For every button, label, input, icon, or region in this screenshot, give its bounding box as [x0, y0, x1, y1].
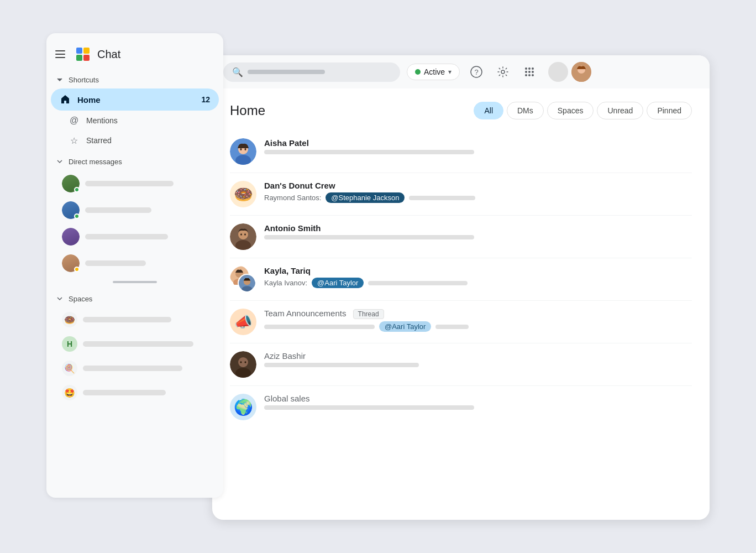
chat-item-announcements[interactable]: 📣 Team Announcements Thread @Aari Taylor	[230, 301, 692, 343]
dm-item-3[interactable]	[51, 223, 219, 250]
preview-bar-antonio	[264, 235, 474, 239]
space-name-4	[83, 390, 166, 395]
chat-name-aisha: Aisha Patel	[264, 138, 692, 148]
chat-avatar-announcements: 📣	[230, 309, 256, 335]
chat-preview-dans: Raymond Santos: @Stephanie Jackson	[264, 192, 692, 203]
chat-item-kayla-tariq[interactable]: Kayla, Tariq Kayla Ivanov: @Aari Taylor	[230, 258, 692, 301]
svg-point-14	[528, 74, 531, 76]
app-container: Chat Shortcuts Home 12 @ Mentions	[46, 33, 710, 520]
chat-preview-kayla-tariq: Kayla Ivanov: @Aari Taylor	[264, 278, 692, 288]
preview-bar-ann-1	[264, 325, 375, 329]
chat-item-dans[interactable]: 🍩 Dan's Donut Crew Raymond Santos: @Step…	[230, 173, 692, 216]
chat-preview-aisha	[264, 150, 692, 154]
space-item-3[interactable]: 🍭	[51, 356, 219, 380]
preview-bar-ann-2	[435, 325, 469, 329]
chat-avatar-aisha	[230, 138, 256, 165]
dm-name-2	[85, 207, 151, 213]
chat-item-aziz[interactable]: Aziz Bashir	[230, 343, 692, 386]
svg-rect-0	[76, 48, 82, 54]
chat-name-global-sales: Global sales	[264, 394, 692, 403]
chat-preview-aziz	[264, 363, 692, 367]
space-name-2	[83, 341, 193, 347]
top-bar: 🔍 Active ▾ ?	[212, 55, 710, 88]
svg-text:?: ?	[475, 68, 479, 76]
shortcuts-section-header[interactable]: Shortcuts	[46, 71, 223, 88]
shortcuts-label: Shortcuts	[69, 76, 99, 84]
dm-online-dot-4	[74, 267, 80, 272]
svg-point-25	[238, 229, 248, 239]
apps-button[interactable]	[519, 62, 539, 82]
svg-point-27	[240, 233, 242, 236]
chat-item-antonio[interactable]: Antonio Smith	[230, 216, 692, 258]
svg-point-22	[240, 148, 242, 150]
chat-name-aziz: Aziz Bashir	[264, 351, 692, 361]
search-input-wrap[interactable]: 🔍	[223, 62, 400, 82]
chat-info-antonio: Antonio Smith	[264, 223, 692, 239]
starred-label: Starred	[86, 136, 112, 145]
dm-name-3	[85, 234, 168, 239]
svg-point-6	[501, 70, 505, 74]
chat-avatar-global-sales: 🌍	[230, 394, 256, 420]
dm-label: Direct messages	[69, 158, 122, 166]
svg-point-13	[525, 74, 527, 76]
mentions-label: Mentions	[86, 116, 118, 125]
spaces-section-header[interactable]: Spaces	[46, 290, 223, 307]
preview-bar-dans	[409, 196, 475, 200]
nav-item-starred[interactable]: ☆ Starred	[51, 131, 219, 150]
svg-point-23	[245, 148, 246, 150]
dm-item-1[interactable]	[51, 170, 219, 197]
space-item-1[interactable]: 🍩	[51, 307, 219, 332]
chat-preview-global-sales	[264, 405, 692, 410]
active-status-button[interactable]: Active ▾	[407, 64, 460, 80]
chat-name-antonio: Antonio Smith	[264, 223, 692, 233]
filter-spaces[interactable]: Spaces	[547, 102, 594, 119]
svg-point-9	[532, 67, 534, 70]
scrollbar[interactable]	[113, 281, 157, 283]
space-item-4[interactable]: 🤩	[51, 380, 219, 405]
svg-point-12	[532, 71, 534, 73]
status-label: Active	[424, 67, 445, 76]
status-chevron-icon: ▾	[448, 68, 452, 76]
dm-section-header[interactable]: Direct messages	[46, 153, 223, 170]
user-avatar-group	[548, 62, 591, 82]
home-icon	[60, 94, 71, 105]
hamburger-icon[interactable]	[55, 48, 69, 61]
nav-item-mentions[interactable]: @ Mentions	[51, 111, 219, 131]
chat-preview-antonio	[264, 235, 692, 239]
filter-pinned[interactable]: Pinned	[647, 102, 692, 119]
filter-all[interactable]: All	[474, 102, 503, 119]
preview-bar-global	[264, 405, 474, 410]
chat-item-global-sales[interactable]: 🌍 Global sales	[230, 386, 692, 428]
dm-avatar-wrap-4	[62, 254, 80, 272]
dm-item-4[interactable]	[51, 250, 219, 276]
nav-item-home[interactable]: Home 12	[51, 88, 219, 111]
preview-bar-aziz	[264, 363, 419, 367]
chat-info-global-sales: Global sales	[264, 394, 692, 410]
dm-avatar-wrap-3	[62, 228, 80, 246]
svg-point-7	[525, 67, 527, 70]
chat-avatar-antonio	[230, 223, 256, 250]
dm-avatar-wrap-2	[62, 201, 80, 219]
dm-name-1	[85, 181, 174, 186]
status-dot	[415, 69, 421, 75]
search-icon: 🔍	[232, 67, 243, 77]
space-item-2[interactable]: H	[51, 332, 219, 356]
settings-button[interactable]	[493, 62, 513, 82]
dm-name-4	[85, 260, 146, 266]
filter-dms[interactable]: DMs	[507, 102, 544, 119]
search-placeholder	[248, 70, 325, 74]
chat-item-aisha[interactable]: Aisha Patel	[230, 131, 692, 173]
dm-chevron-icon	[55, 157, 64, 166]
home-header: Home All DMs Spaces Unread Pinned	[230, 102, 692, 119]
user-avatar[interactable]	[571, 62, 591, 82]
chat-list: Aisha Patel 🍩 Dan's Donut Crew Raymond S…	[230, 131, 692, 428]
help-button[interactable]: ?	[466, 62, 486, 82]
space-icon-2: H	[62, 336, 77, 352]
dm-online-dot-1	[74, 187, 80, 192]
search-container: 🔍	[223, 62, 400, 82]
user-avatar-placeholder	[548, 62, 568, 82]
filter-tabs: All DMs Spaces Unread Pinned	[474, 102, 692, 119]
dm-item-2[interactable]	[51, 197, 219, 223]
filter-unread[interactable]: Unread	[597, 102, 643, 119]
space-name-3	[83, 366, 182, 371]
